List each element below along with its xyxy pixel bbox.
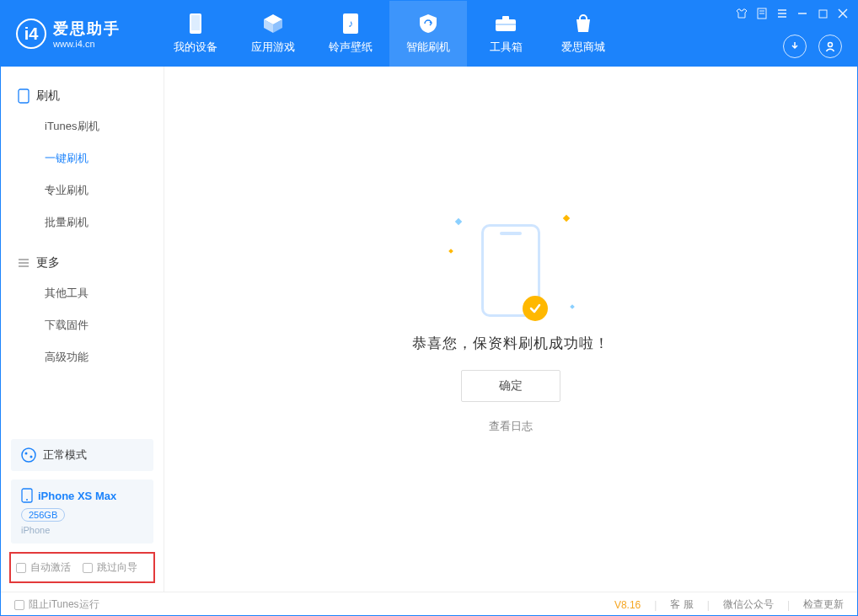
status-bar: 阻止iTunes运行 V8.16 | 客 服 | 微信公众号 | 检查更新 xyxy=(1,592,857,616)
customer-service-link[interactable]: 客 服 xyxy=(670,597,693,612)
menu-icon[interactable] xyxy=(776,8,788,19)
separator: | xyxy=(707,599,710,611)
svg-point-26 xyxy=(22,448,35,462)
tab-smart-flash[interactable]: 智能刷机 xyxy=(389,1,467,67)
title-bar-buttons xyxy=(736,8,849,19)
device-name: iPhone XS Max xyxy=(38,490,116,502)
svg-text:♪: ♪ xyxy=(348,18,353,29)
separator: | xyxy=(787,599,790,611)
section-flash-title: 刷机 xyxy=(1,82,164,110)
sidebar-item-download-firmware[interactable]: 下载固件 xyxy=(1,309,164,341)
success-message: 恭喜您，保资料刷机成功啦！ xyxy=(412,334,609,353)
separator: | xyxy=(654,599,657,611)
sidebar-item-other-tools[interactable]: 其他工具 xyxy=(1,277,164,309)
app-name: 爱思助手 xyxy=(53,19,121,39)
user-button[interactable] xyxy=(818,35,842,58)
body: 刷机 iTunes刷机 一键刷机 专业刷机 批量刷机 更多 其他工具 下载固件 … xyxy=(1,67,857,592)
tab-store[interactable]: 爱思商城 xyxy=(544,1,622,67)
wechat-link[interactable]: 微信公众号 xyxy=(723,597,774,612)
tshirt-icon[interactable] xyxy=(736,8,748,19)
bag-icon xyxy=(573,13,593,35)
tab-my-device[interactable]: 我的设备 xyxy=(157,1,234,67)
options-row-highlighted: 自动激活 跳过向导 xyxy=(9,552,155,583)
sparkle-icon xyxy=(563,215,570,222)
check-update-link[interactable]: 检查更新 xyxy=(803,597,844,612)
tab-label: 工具箱 xyxy=(490,40,523,55)
app-url: www.i4.cn xyxy=(53,39,121,49)
svg-rect-22 xyxy=(19,89,29,103)
sidebar-bottom: 正常模式 iPhone XS Max 256GB iPhone 自动激活 跳过向… xyxy=(1,439,164,592)
device-type: iPhone xyxy=(21,525,143,535)
success-illustration xyxy=(481,224,540,317)
checkbox-block-itunes[interactable]: 阻止iTunes运行 xyxy=(14,597,99,612)
header-bar: i4 爱思助手 www.i4.cn 我的设备 应用游戏 ♪ 铃声壁纸 智能刷机 … xyxy=(1,1,857,67)
music-file-icon: ♪ xyxy=(341,13,360,35)
list-icon xyxy=(18,258,29,268)
checkbox-box-icon xyxy=(16,563,26,573)
tab-label: 我的设备 xyxy=(174,40,217,55)
svg-rect-17 xyxy=(819,10,827,18)
mode-icon xyxy=(21,447,36,463)
tab-label: 智能刷机 xyxy=(406,40,450,55)
svg-rect-8 xyxy=(502,16,509,20)
checkbox-label: 阻止iTunes运行 xyxy=(29,597,99,612)
section-more-title: 更多 xyxy=(1,249,164,277)
maximize-button[interactable] xyxy=(817,8,829,19)
sidebar-item-itunes-flash[interactable]: iTunes刷机 xyxy=(1,110,164,142)
checkbox-auto-activate[interactable]: 自动激活 xyxy=(16,560,71,575)
tab-ringtone-wallpaper[interactable]: ♪ 铃声壁纸 xyxy=(312,1,389,67)
main-content: 恭喜您，保资料刷机成功啦！ 确定 查看日志 xyxy=(164,67,857,592)
checkbox-label: 自动激活 xyxy=(30,560,71,575)
tab-apps-games[interactable]: 应用游戏 xyxy=(234,1,312,67)
tab-toolbox[interactable]: 工具箱 xyxy=(467,1,544,67)
checkbox-box-icon xyxy=(83,563,93,573)
svg-point-21 xyxy=(829,43,833,47)
minimize-button[interactable] xyxy=(796,8,808,19)
svg-point-27 xyxy=(25,453,28,455)
checkbox-box-icon xyxy=(14,600,24,610)
logo-area: i4 爱思助手 www.i4.cn xyxy=(1,1,157,67)
header-action-circles xyxy=(783,35,842,58)
app-logo-text: 爱思助手 www.i4.cn xyxy=(53,19,121,49)
toolbox-icon xyxy=(494,13,517,35)
tab-label: 应用游戏 xyxy=(251,40,295,55)
svg-rect-9 xyxy=(496,24,516,25)
phone-illustration-icon xyxy=(481,224,540,317)
device-phone-icon xyxy=(21,488,33,503)
app-logo-icon: i4 xyxy=(16,19,46,49)
phone-icon xyxy=(187,13,204,35)
svg-point-28 xyxy=(30,456,33,458)
confirm-button[interactable]: 确定 xyxy=(461,370,560,402)
note-icon[interactable] xyxy=(756,8,768,19)
cube-icon xyxy=(262,13,284,35)
view-log-link[interactable]: 查看日志 xyxy=(489,419,533,434)
sidebar-item-batch-flash[interactable]: 批量刷机 xyxy=(1,206,164,238)
tab-label: 铃声壁纸 xyxy=(329,40,373,55)
sparkle-icon xyxy=(570,304,575,309)
mode-label: 正常模式 xyxy=(43,447,87,463)
section-title-label: 刷机 xyxy=(36,88,60,104)
sparkle-icon xyxy=(448,249,453,254)
checkbox-label: 跳过向导 xyxy=(97,560,137,575)
nav-tabs: 我的设备 应用游戏 ♪ 铃声壁纸 智能刷机 工具箱 爱思商城 xyxy=(157,1,622,67)
device-card[interactable]: iPhone XS Max 256GB iPhone xyxy=(11,479,153,544)
sparkle-icon xyxy=(455,218,462,225)
sidebar-item-one-click-flash[interactable]: 一键刷机 xyxy=(1,142,164,174)
sidebar-item-advanced[interactable]: 高级功能 xyxy=(1,341,164,373)
svg-rect-1 xyxy=(191,15,200,30)
checkbox-skip-guide[interactable]: 跳过向导 xyxy=(83,560,137,575)
sidebar: 刷机 iTunes刷机 一键刷机 专业刷机 批量刷机 更多 其他工具 下载固件 … xyxy=(1,67,164,592)
check-badge-icon xyxy=(523,296,548,321)
svg-point-30 xyxy=(26,499,28,501)
phone-outline-icon xyxy=(18,88,29,104)
version-label: V8.16 xyxy=(614,599,641,611)
tab-label: 爱思商城 xyxy=(561,40,605,55)
device-capacity: 256GB xyxy=(21,508,65,522)
section-title-label: 更多 xyxy=(36,255,60,271)
close-button[interactable] xyxy=(837,8,849,19)
mode-card[interactable]: 正常模式 xyxy=(11,439,153,471)
sidebar-item-pro-flash[interactable]: 专业刷机 xyxy=(1,174,164,206)
sync-shield-icon xyxy=(417,13,439,35)
status-right: V8.16 | 客 服 | 微信公众号 | 检查更新 xyxy=(614,597,844,612)
download-button[interactable] xyxy=(783,35,807,58)
